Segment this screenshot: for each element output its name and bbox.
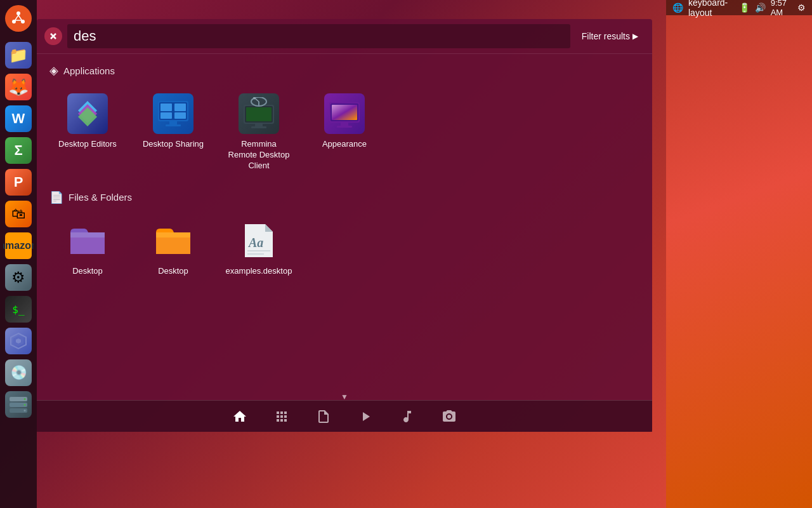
filter-results-label: Filter results [582,31,630,41]
desktop-purple-icon [67,220,108,261]
examples-desktop-label: examples.desktop [226,266,292,277]
launcher-item-amazon[interactable]: amazon [3,231,34,261]
app-item-desktop-orange[interactable]: Desktop [135,214,211,283]
applications-section-label: Applications [63,65,115,76]
launcher-item-firefox[interactable]: 🦊 [3,72,34,102]
svg-rect-23 [174,112,186,119]
app-item-desktop-sharing[interactable]: Desktop Sharing [135,87,211,178]
examples-desktop-icon: Aa [239,220,279,261]
volume-icon[interactable]: 🔊 [755,3,766,13]
files-section-header: 📄 Files & Folders [49,190,639,204]
desktop-purple-label: Desktop [72,266,103,277]
filter-applications-button[interactable] [270,405,293,428]
search-input[interactable] [67,24,570,48]
launcher-item-settings[interactable]: ⚙ [3,262,34,293]
files-section-label: Files & Folders [69,192,132,203]
launcher-item-unity[interactable] [3,326,34,356]
results-area: ◈ Applications Desktop Editors [37,54,652,400]
launcher-item-writer[interactable]: W [3,104,34,134]
filter-toggle-icon: ▼ [341,392,348,401]
search-overlay: Filter results ▶ ◈ Applications [37,19,652,432]
svg-point-11 [24,404,26,406]
top-menu-bar: 🌐 keyboard-layout 🔋 🔊 9:57 AM ⚙ [666,0,812,15]
appearance-icon [324,93,365,134]
filter-results-button[interactable]: Filter results ▶ [575,29,645,44]
launcher-item-files[interactable]: 📁 [3,40,34,70]
applications-grid: Desktop Editors [49,87,639,178]
remmina-icon [239,93,279,134]
app-item-examples-desktop[interactable]: Aa examples.desktop [221,214,297,283]
appearance-label: Appearance [322,139,367,150]
filter-photos-button[interactable] [438,405,461,428]
applications-section-icon: ◈ [49,64,58,77]
unity-launcher: 📁 🦊 W Σ P 🛍 amazon [0,0,37,508]
desktop-background [666,0,812,508]
svg-rect-37 [332,105,357,120]
svg-rect-22 [160,112,172,119]
launcher-item-server[interactable] [3,389,34,420]
filter-files-button[interactable] [312,405,335,428]
svg-rect-28 [246,107,272,121]
app-item-desktop-editors[interactable]: Desktop Editors [49,87,126,178]
desktop-sharing-label: Desktop Sharing [143,139,204,150]
filter-video-button[interactable] [354,405,377,428]
filter-toggle-button[interactable]: ▼ [338,393,351,401]
svg-line-31 [255,98,259,102]
desktop-orange-icon [153,220,193,261]
svg-rect-25 [166,124,181,126]
filter-results-arrow-icon: ▶ [632,32,638,41]
desktop-editors-label: Desktop Editors [58,139,117,150]
svg-rect-33 [255,124,263,126]
clock: 9:57 AM [771,0,792,17]
desktop-orange-label: Desktop [158,266,188,277]
app-item-appearance[interactable]: Appearance [306,87,383,178]
svg-point-10 [24,398,26,400]
filter-home-button[interactable] [228,405,251,428]
launcher-item-ubuntu-home[interactable] [3,3,34,34]
remmina-label: Remmina Remote Desktop Client [227,139,291,171]
svg-rect-20 [160,104,172,111]
search-close-button[interactable] [44,27,62,45]
launcher-item-drive[interactable]: 💿 [3,358,34,388]
svg-rect-38 [341,123,348,126]
wifi-icon[interactable]: 🌐 [672,3,683,13]
applications-section-header: ◈ Applications [49,64,639,77]
files-grid: Desktop Desktop [49,214,639,283]
app-item-desktop-purple[interactable]: Desktop [49,214,126,283]
files-section-icon: 📄 [49,190,63,204]
desktop-sharing-icon [153,93,193,134]
svg-rect-21 [174,104,186,111]
filter-music-button[interactable] [396,405,419,428]
svg-rect-39 [337,126,352,128]
svg-point-12 [24,410,26,411]
filter-bar: ▼ [37,400,652,432]
battery-icon[interactable]: 🔋 [739,3,750,13]
app-item-remmina[interactable]: Remmina Remote Desktop Client [221,87,297,178]
launcher-item-shopping[interactable]: 🛍 [3,199,34,229]
svg-rect-34 [251,126,266,128]
keyboard-layout-indicator[interactable]: keyboard-layout [688,0,734,18]
search-bar: Filter results ▶ [37,19,652,54]
launcher-item-terminal[interactable]: $_ [3,294,34,324]
desktop-editors-icon [67,93,108,134]
svg-text:Aa: Aa [247,236,263,250]
launcher-item-impress[interactable]: P [3,167,34,197]
svg-point-43 [447,415,451,418]
system-settings-icon[interactable]: ⚙ [797,3,806,13]
launcher-item-calc[interactable]: Σ [3,135,34,166]
svg-rect-24 [169,121,177,124]
